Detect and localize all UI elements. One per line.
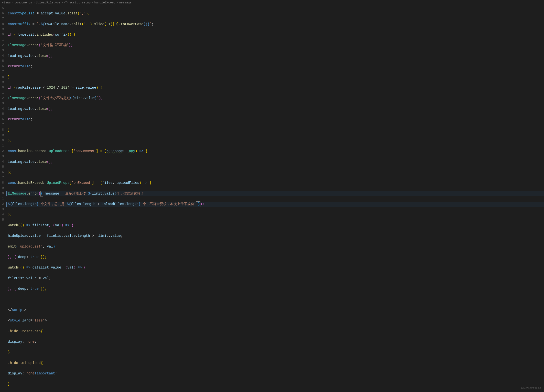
code-line[interactable]: }: [8, 350, 544, 355]
breadcrumb-item[interactable]: {} script setup: [64, 0, 90, 5]
chevron-right-icon: ›: [116, 0, 118, 5]
chevron-right-icon: ›: [92, 0, 93, 5]
breadcrumb-item[interactable]: message: [119, 0, 131, 5]
chevron-right-icon: ›: [33, 0, 35, 5]
code-line[interactable]: loading.value.close();: [8, 159, 544, 165]
breadcrumb-item[interactable]: views: [2, 0, 11, 5]
code-line[interactable]: <style lang="less">: [8, 318, 544, 323]
code-line[interactable]: watch(() => fileList, (val) => {: [8, 223, 544, 228]
breadcrumb-item[interactable]: UploadFile.vue: [36, 0, 60, 5]
code-line[interactable]: const handleSuccess: UploadProps['onSucc…: [8, 149, 544, 154]
code-line[interactable]: ElMessage.error('文件格式不正确');: [8, 43, 544, 48]
code-line[interactable]: }: [8, 75, 544, 80]
code-line[interactable]: emit('uploadList', val);: [8, 244, 544, 249]
code-line[interactable]: };: [8, 170, 544, 175]
code-line[interactable]: return false;: [8, 64, 544, 69]
code-line[interactable]: display: none!important;: [8, 371, 544, 376]
code-line[interactable]: fileList.value = val;: [8, 276, 544, 281]
code-line[interactable]: watch(() => dataList.value, (val) => {: [8, 265, 544, 270]
code-line[interactable]: if (rawFile.size / 1024 / 1024 > size.va…: [8, 85, 544, 91]
code-line[interactable]: loading.value.close();: [8, 53, 544, 59]
code-line[interactable]: }, { deep: true });: [8, 255, 544, 260]
code-line[interactable]: }, { deep: true });: [8, 286, 544, 292]
code-line[interactable]: }: [8, 127, 544, 133]
chevron-right-icon: ›: [12, 0, 13, 5]
code-content[interactable]: const typeLsit = accept.value.split(',')…: [7, 6, 544, 392]
line-number-gutter: 5 6 7 8 9 0 1 2 3 4 5 6 7 8 9 0 1 2 3 4 …: [0, 6, 7, 392]
breadcrumb-item[interactable]: handleExceed: [94, 0, 115, 5]
code-line[interactable]: .hide .reset-btn{: [8, 329, 544, 334]
code-line[interactable]: };: [8, 212, 544, 217]
chevron-right-icon: ›: [61, 0, 63, 5]
code-line[interactable]: };: [8, 138, 544, 144]
code-line[interactable]: hideUpload.value = fileList.value.length…: [8, 233, 544, 239]
breadcrumb-item[interactable]: components: [14, 0, 32, 5]
code-line[interactable]: if (!typeLsit.includes(suffix)) {: [8, 32, 544, 38]
code-line[interactable]: }: [8, 382, 544, 387]
watermark: CSDN @半夏ing: [521, 386, 541, 390]
breadcrumb: views › components › UploadFile.vue › {}…: [0, 0, 544, 6]
code-line[interactable]: </script>: [8, 308, 544, 313]
code-line[interactable]: const handleExceed: UploadProps['onExcee…: [8, 180, 544, 186]
code-line[interactable]: const suffix = `.${rawFile.name.split('.…: [8, 22, 544, 27]
code-line[interactable]: return false;: [8, 117, 544, 122]
code-line[interactable]: [8, 297, 544, 302]
code-editor[interactable]: 5 6 7 8 9 0 1 2 3 4 5 6 7 8 9 0 1 2 3 4 …: [0, 6, 544, 392]
code-line[interactable]: .hide .el-upload{: [8, 361, 544, 366]
code-line[interactable]: const typeLsit = accept.value.split(',')…: [8, 11, 544, 16]
code-line-active[interactable]: ${files.length} 个文件，总共是 ${files.length +…: [6, 202, 544, 207]
code-line[interactable]: display: none;: [8, 339, 544, 345]
code-line-active[interactable]: ElMessage.error({ message: `最多只能上传 ${lim…: [6, 191, 544, 196]
code-line[interactable]: ElMessage.error(`文件大小不能超过${size.value}`)…: [8, 96, 544, 101]
code-line[interactable]: loading.value.close();: [8, 106, 544, 112]
